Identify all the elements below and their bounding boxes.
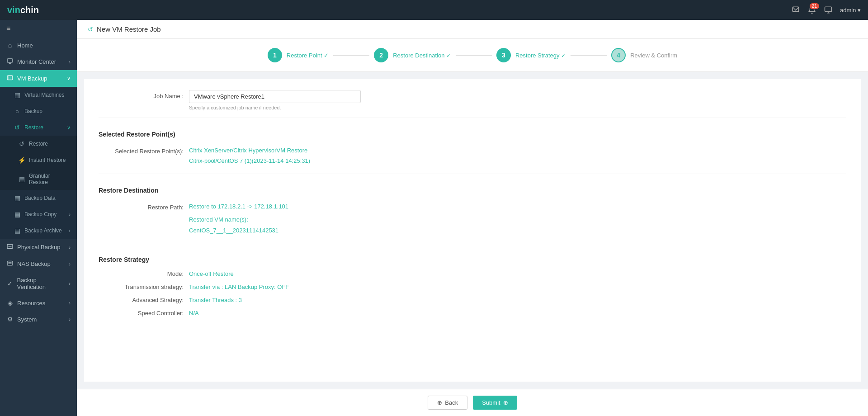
job-name-input[interactable] (189, 90, 361, 103)
sidebar-sub-vm-backup: ▦ Virtual Machines ○ Backup ↺ Restore ∨ … (0, 87, 77, 239)
chevron-right-icon: › (69, 59, 71, 65)
page-header: ↺ New VM Restore Job (77, 20, 868, 39)
sidebar-item-restore-sub[interactable]: ↺ Restore (0, 136, 77, 152)
restore-points-value: Citrix XenServer/Citrix HypervisorVM Res… (189, 145, 846, 166)
divider-3 (99, 243, 846, 243)
chevron-right-icon3: › (69, 228, 71, 233)
job-name-row: Job Name : Specify a customized job name… (99, 90, 846, 110)
mode-label: Mode: (99, 270, 189, 277)
resources-icon: ◈ (6, 299, 14, 307)
sidebar-item-vm-backup[interactable]: VM Backup ∨ (0, 70, 77, 87)
nas-backup-icon (6, 260, 14, 268)
step-1: 1 Restore Point ✓ (268, 48, 329, 62)
wizard-steps: 1 Restore Point ✓ 2 Restore Destination … (77, 39, 868, 72)
monitor-center-icon (6, 58, 14, 66)
restore-path-row: Restore Path: Restore to 172.18.2.1 -> 1… (99, 201, 846, 236)
step-sep-2 (456, 55, 492, 56)
step-4-label: Review & Confirm (630, 52, 677, 59)
content-panel: Job Name : Specify a customized job name… (84, 79, 861, 382)
sidebar-item-backup-verification[interactable]: ✓ Backup Verification › (0, 272, 77, 295)
speed-label: Speed Controller: (99, 310, 189, 317)
sidebar-item-instant-restore[interactable]: ⚡ Instant Restore (0, 152, 77, 168)
transmission-row: Transmission strategy: Transfer via : LA… (99, 284, 846, 290)
restore-header-icon: ↺ (88, 26, 93, 33)
sidebar-toggle[interactable]: ≡ (0, 20, 77, 37)
sidebar-item-backup-data[interactable]: ▦ Backup Data (0, 190, 77, 206)
sidebar-item-home[interactable]: ⌂ Home (0, 37, 77, 53)
job-name-label: Job Name : (99, 90, 189, 99)
sidebar-item-granular-restore[interactable]: ▤ Granular Restore (0, 168, 77, 190)
restore-points-heading: Selected Restore Point(s) (99, 125, 846, 142)
restore-points-row: Selected Restore Point(s): Citrix XenSer… (99, 145, 846, 166)
job-name-value: Specify a customized job name if needed. (189, 90, 846, 110)
sidebar-item-restore[interactable]: ↺ Restore ∨ (0, 119, 77, 136)
sidebar-item-system[interactable]: ⚙ System › (0, 311, 77, 327)
restore-path-label: Restore Path: (99, 201, 189, 211)
chevron-down-icon: ∨ (67, 76, 71, 81)
advanced-label: Advanced Strategy: (99, 297, 189, 303)
navbar: vinchin 21 admin ▾ (0, 0, 868, 20)
restore-submenu: ↺ Restore ⚡ Instant Restore ▤ Granular R… (0, 136, 77, 190)
main-content: ↺ New VM Restore Job 1 Restore Point ✓ 2… (77, 20, 868, 416)
mode-value: Once-off Restore (189, 270, 234, 277)
step-sep-3 (571, 55, 607, 56)
chevron-right-icon7: › (69, 300, 71, 306)
sidebar-item-backup-copy[interactable]: ▤ Backup Copy › (0, 206, 77, 222)
speed-value: N/A (189, 310, 199, 317)
sidebar: ≡ ⌂ Home Monitor Center › VM Backup ∨ ▦ … (0, 20, 77, 416)
step-4: 4 Review & Confirm (611, 48, 677, 62)
chevron-right-icon4: › (69, 245, 71, 250)
submit-icon: ⊕ (503, 399, 508, 406)
step-3: 3 Restore Strategy ✓ (496, 48, 566, 62)
sidebar-item-nas-backup[interactable]: NAS Backup › (0, 255, 77, 272)
chevron-right-icon2: › (69, 212, 71, 217)
vm-backup-icon (6, 75, 14, 82)
restore-destination-heading: Restore Destination (99, 181, 846, 198)
notification-badge: 21 (810, 3, 819, 9)
monitor-icon[interactable] (824, 5, 833, 14)
advanced-row: Advanced Strategy: Transfer Threads : 3 (99, 297, 846, 303)
step-2-circle: 2 (374, 48, 388, 62)
backup-archive-icon: ▤ (14, 227, 21, 234)
mode-row: Mode: Once-off Restore (99, 270, 846, 277)
divider-1 (99, 118, 846, 118)
svg-rect-1 (825, 7, 831, 12)
sidebar-item-backup-archive[interactable]: ▤ Backup Archive › (0, 222, 77, 239)
restore-sub-icon: ↺ (18, 140, 25, 147)
virtual-machines-icon: ▦ (14, 91, 21, 99)
restore-strategy-heading: Restore Strategy (99, 251, 846, 267)
restore-path-value: Restore to 172.18.2.1 -> 172.18.1.101 Re… (189, 201, 846, 236)
chevron-down-icon2: ∨ (67, 125, 71, 131)
backup-data-icon: ▦ (14, 194, 21, 202)
physical-backup-icon (6, 243, 14, 251)
speed-row: Speed Controller: N/A (99, 310, 846, 317)
step-1-label: Restore Point ✓ (287, 52, 329, 59)
message-icon[interactable] (791, 5, 800, 14)
submit-button[interactable]: Submit ⊕ (473, 396, 517, 410)
sidebar-item-virtual-machines[interactable]: ▦ Virtual Machines (0, 87, 77, 103)
sidebar-item-backup[interactable]: ○ Backup (0, 103, 77, 119)
step-2-label: Restore Destination ✓ (393, 52, 451, 59)
sidebar-item-physical-backup[interactable]: Physical Backup › (0, 239, 77, 255)
backup-icon: ○ (14, 108, 21, 115)
logo: vinchin (7, 5, 39, 15)
svg-rect-7 (7, 76, 13, 80)
system-icon: ⚙ (6, 316, 14, 323)
sidebar-item-monitor-center[interactable]: Monitor Center › (0, 53, 77, 70)
back-icon: ⊕ (437, 399, 442, 406)
granular-restore-icon: ▤ (18, 175, 25, 183)
chevron-right-icon8: › (69, 317, 71, 322)
step-2: 2 Restore Destination ✓ (374, 48, 451, 62)
transmission-label: Transmission strategy: (99, 284, 189, 290)
back-button[interactable]: ⊕ Back (428, 396, 467, 410)
admin-menu[interactable]: admin ▾ (840, 7, 861, 14)
step-4-circle: 4 (611, 48, 626, 62)
svg-rect-10 (7, 261, 13, 265)
divider-2 (99, 174, 846, 174)
restore-strategy-grid: Mode: Once-off Restore Transmission stra… (99, 270, 846, 317)
restore-icon: ↺ (14, 124, 21, 131)
backup-verification-icon: ✓ (6, 280, 13, 287)
notification-icon[interactable]: 21 (807, 5, 816, 14)
sidebar-item-resources[interactable]: ◈ Resources › (0, 295, 77, 311)
chevron-right-icon6: › (69, 281, 71, 286)
